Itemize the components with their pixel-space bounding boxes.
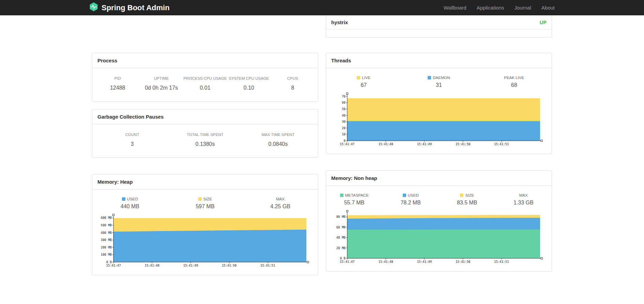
legend-label: LIVE [362, 76, 370, 80]
memory-nonheap-chart: 0 B20 MB40 MB60 MB80 MB15:41:4715:41:481… [331, 210, 543, 264]
svg-text:20: 20 [342, 126, 346, 130]
svg-text:15:41:50: 15:41:50 [456, 142, 470, 146]
threads-panel-title: Threads [326, 53, 552, 68]
threads-chart: 01020304050607015:41:4715:41:4815:41:491… [331, 92, 543, 146]
stat-label: CPUS [271, 76, 315, 80]
stat-gc-total-time: TOTAL TIME SPENT 0.1380s [169, 133, 242, 147]
legend-value-max: 4.25 GB [243, 203, 318, 210]
nav-link-applications[interactable]: Applications [477, 5, 504, 11]
brand-title: Spring Boot Admin [102, 3, 170, 12]
memory-heap-legend: USED SIZE MAX [92, 197, 318, 201]
legend-label: USED [408, 193, 419, 197]
legend-value-used: 440 MB [92, 203, 168, 210]
svg-text:60 MB: 60 MB [336, 226, 346, 229]
legend-item-used: USED [383, 193, 439, 197]
svg-text:15:41:51: 15:41:51 [494, 260, 509, 263]
legend-item-max: MAX [243, 197, 318, 201]
svg-text:15:41:48: 15:41:48 [379, 260, 393, 263]
svg-text:15:41:50: 15:41:50 [456, 260, 470, 263]
svg-text:15:41:48: 15:41:48 [379, 142, 393, 146]
svg-text:500 MB: 500 MB [101, 224, 112, 227]
legend-item-metaspace: METASPACE [326, 193, 383, 197]
svg-text:15:41:49: 15:41:49 [417, 260, 432, 263]
legend-item-size: SIZE [439, 193, 495, 197]
health-row-hystrix: hystrix UP [326, 15, 552, 30]
stat-process-cpu-usage: PROCESS CPU USAGE 0.01 [183, 76, 227, 91]
svg-text:60: 60 [342, 101, 346, 104]
memory-heap-panel: Memory: Heap USED SIZE MAX 440 MB 597 MB… [92, 174, 318, 275]
svg-text:15:41:51: 15:41:51 [260, 264, 275, 267]
health-panel: hystrix UP [326, 15, 552, 37]
legend-swatch [428, 76, 431, 79]
nav-link-about[interactable]: About [541, 5, 555, 11]
process-stats: PID 12488 UPTIME 0d 0h 2m 17s PROCESS CP… [92, 68, 318, 101]
nav-link-wallboard[interactable]: Wallboard [444, 5, 466, 11]
nav-links: Wallboard Applications Journal About [444, 5, 555, 11]
spring-boot-admin-logo-icon [89, 2, 98, 14]
nav-link-journal[interactable]: Journal [515, 5, 531, 11]
stat-label: TOTAL TIME SPENT [169, 133, 242, 137]
memory-heap-panel-title: Memory: Heap [92, 174, 318, 189]
svg-text:15:41:51: 15:41:51 [494, 142, 509, 146]
legend-label: METASPACE [345, 193, 369, 197]
svg-text:15:41:48: 15:41:48 [145, 264, 159, 267]
svg-text:15:41:47: 15:41:47 [106, 264, 121, 267]
left-column: Process PID 12488 UPTIME 0d 0h 2m 17s PR… [92, 15, 318, 275]
svg-text:15:41:47: 15:41:47 [340, 260, 354, 263]
memory-nonheap-panel: Memory: Non heap METASPACE USED SIZE MAX [326, 170, 552, 272]
stat-cpus: CPUS 8 [271, 76, 315, 91]
stat-value: 0.0840s [242, 141, 315, 147]
legend-item-live: LIVE [326, 76, 401, 80]
threads-panel: Threads LIVE DAEMON PEAK LIVE 67 31 68 [326, 53, 552, 154]
legend-value-live: 67 [326, 82, 401, 88]
legend-value-max: 1.33 GB [495, 200, 552, 206]
svg-text:0: 0 [344, 139, 346, 142]
status-badge-up: UP [540, 20, 547, 25]
stat-value: 0.10 [227, 85, 271, 91]
svg-text:0 B: 0 B [340, 257, 346, 260]
stat-label: MAX TIME SPENT [242, 133, 315, 137]
main-content: Process PID 12488 UPTIME 0d 0h 2m 17s PR… [92, 15, 552, 275]
stat-pid: PID 12488 [96, 76, 139, 91]
legend-value-peak-live: 68 [476, 82, 552, 88]
gc-panel: Garbage Collection Pauses COUNT 3 TOTAL … [92, 109, 318, 158]
svg-text:40 MB: 40 MB [336, 236, 346, 239]
brand-link[interactable]: Spring Boot Admin [89, 2, 170, 14]
legend-item-max: MAX [495, 193, 552, 197]
svg-text:10: 10 [342, 133, 346, 136]
stat-label: COUNT [96, 133, 169, 137]
memory-heap-legend-values: 440 MB 597 MB 4.25 GB [92, 203, 318, 210]
legend-label: PEAK LIVE [504, 76, 524, 80]
svg-text:30: 30 [342, 120, 346, 123]
process-panel-title: Process [92, 53, 318, 68]
legend-label: SIZE [203, 197, 212, 201]
legend-swatch [198, 197, 202, 201]
svg-text:300 MB: 300 MB [101, 238, 112, 242]
svg-text:50: 50 [342, 107, 346, 111]
svg-text:70: 70 [342, 95, 346, 98]
memory-heap-chart: 0 B100 MB200 MB300 MB400 MB500 MB600 MB1… [97, 214, 309, 268]
svg-text:20 MB: 20 MB [336, 246, 346, 250]
svg-text:40: 40 [342, 114, 346, 117]
stat-value: 12488 [96, 85, 139, 91]
threads-legend: LIVE DAEMON PEAK LIVE [326, 76, 552, 80]
legend-swatch [340, 194, 343, 197]
stat-value: 0.01 [183, 85, 227, 91]
navbar: Spring Boot Admin Wallboard Applications… [0, 0, 644, 15]
process-panel: Process PID 12488 UPTIME 0d 0h 2m 17s PR… [92, 53, 318, 102]
svg-text:100 MB: 100 MB [101, 253, 112, 256]
navbar-container: Spring Boot Admin Wallboard Applications… [89, 2, 555, 14]
stat-value: 8 [271, 85, 315, 91]
threads-legend-values: 67 31 68 [326, 82, 552, 88]
stat-gc-max-time: MAX TIME SPENT 0.0840s [242, 133, 315, 147]
stat-value: 0.1380s [169, 141, 242, 147]
stat-label: PROCESS CPU USAGE [183, 76, 227, 80]
svg-text:15:41:47: 15:41:47 [340, 142, 354, 146]
gc-panel-title: Garbage Collection Pauses [92, 109, 318, 124]
legend-item-peak-live: PEAK LIVE [476, 76, 552, 80]
legend-swatch [122, 197, 125, 201]
stat-value: 3 [96, 141, 169, 147]
legend-label: SIZE [465, 193, 474, 197]
svg-text:400 MB: 400 MB [101, 231, 112, 234]
memory-nonheap-panel-title: Memory: Non heap [326, 171, 552, 186]
